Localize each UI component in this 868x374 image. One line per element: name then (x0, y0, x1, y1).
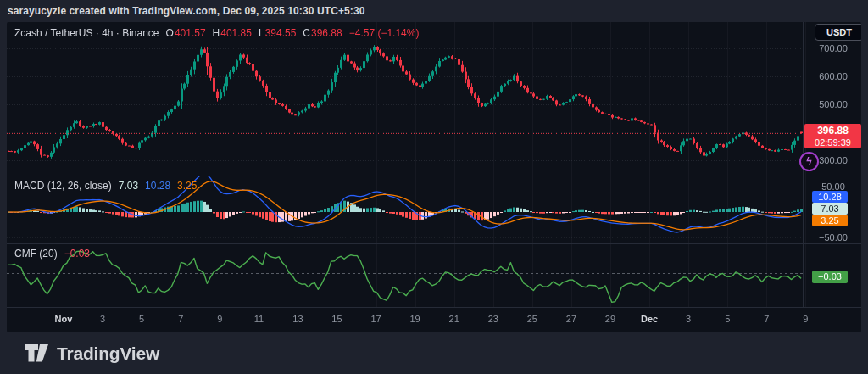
footer-bar: TradingView (0, 332, 868, 374)
time-tick-label: 11 (239, 314, 278, 325)
time-tick-label: 29 (591, 314, 630, 325)
time-tick-label: Nov (44, 314, 83, 325)
ohlc-low: L394.55 (259, 27, 296, 39)
current-price-badge: 396.88 02:59:39 (804, 124, 861, 148)
macd-title[interactable]: MACD (12, 26, close) (14, 180, 112, 192)
symbol-title[interactable]: Zcash / TetherUS · 4h · Binance (14, 27, 159, 39)
cmf-badge: −0.03 (812, 271, 848, 283)
time-tick-label: 9 (786, 314, 825, 325)
current-price: 396.88 (804, 125, 861, 137)
cmf-legend: CMF (20) −0.03 (14, 248, 90, 260)
attribution-text: sarayucyzie created with TradingView.com… (8, 5, 364, 17)
time-tick-label: 5 (122, 314, 161, 325)
time-tick-label: 3 (83, 314, 122, 325)
time-tick-label: 9 (200, 314, 239, 325)
time-tick-label: 27 (552, 314, 591, 325)
ohlc-open: O401.57 (166, 27, 206, 39)
chart-widget: Zcash / TetherUS · 4h · Binance O401.57 … (7, 22, 861, 332)
time-tick-label: 21 (435, 314, 474, 325)
time-tick-label: 7 (161, 314, 200, 325)
tradingview-logo-icon[interactable] (25, 344, 48, 362)
macd-signal-value: 3.25 (177, 180, 197, 192)
time-tick-label: 15 (317, 314, 356, 325)
cmf-title[interactable]: CMF (20) (14, 248, 58, 260)
macd-hist-value: 7.03 (119, 180, 138, 192)
price-tick-label: 500.00 (807, 99, 860, 110)
bar-countdown: 02:59:39 (804, 137, 861, 148)
tradingview-wordmark[interactable]: TradingView (57, 343, 159, 364)
macd-legend: MACD (12, 26, close) 7.03 10.28 3.25 (14, 180, 197, 192)
macd-line-badge: 10.28 (812, 191, 848, 203)
macd-tick-label: −50.00 (807, 232, 860, 243)
macd-line-value: 10.28 (145, 180, 170, 192)
time-tick-label: 5 (708, 314, 747, 325)
cmf-value: −0.03 (64, 248, 90, 260)
time-tick-label: 17 (357, 314, 396, 325)
chart-canvas[interactable] (7, 22, 861, 332)
time-tick-label: Dec (630, 314, 669, 325)
attribution-bar: sarayucyzie created with TradingView.com… (0, 0, 868, 22)
macd-tick-label: 50.00 (807, 181, 860, 193)
time-tick-label: 19 (396, 314, 435, 325)
time-tick-label: 25 (513, 314, 552, 325)
ohlc-close: C396.88 (303, 27, 342, 39)
macd-hist-badge: 7.03 (812, 203, 848, 215)
macd-signal-badge: 3.25 (812, 215, 848, 226)
ohlc-high: H401.85 (213, 27, 252, 39)
price-tick-label: 600.00 (807, 71, 860, 82)
time-tick-label: 3 (669, 314, 708, 325)
time-tick-label: 13 (278, 314, 317, 325)
time-tick-label: 23 (474, 314, 513, 325)
price-tick-label: 300.00 (807, 155, 860, 166)
symbol-legend: Zcash / TetherUS · 4h · Binance O401.57 … (14, 27, 419, 39)
currency-button[interactable]: USDT (815, 24, 861, 41)
price-tick-label: 700.00 (807, 43, 860, 54)
time-tick-label: 7 (747, 314, 786, 325)
change-value: −4.57 (−1.14%) (349, 27, 420, 39)
